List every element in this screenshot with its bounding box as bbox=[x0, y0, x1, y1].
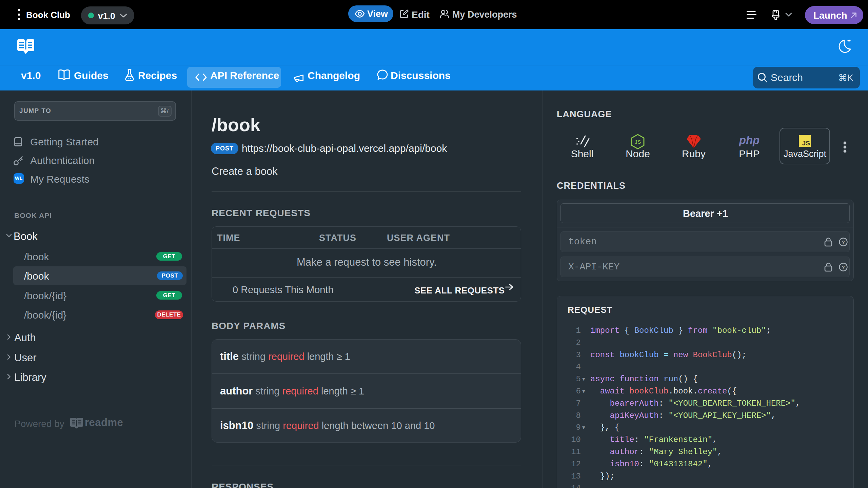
svg-text:JS: JS bbox=[635, 139, 641, 145]
svg-text:?: ? bbox=[842, 239, 845, 245]
svg-text:?: ? bbox=[842, 264, 845, 270]
